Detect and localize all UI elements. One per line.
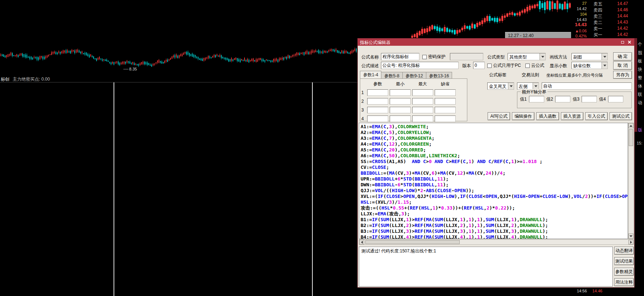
ask-level-price[interactable]: 14.46 (609, 7, 628, 12)
version-input[interactable] (473, 62, 485, 69)
param-cell-input[interactable] (390, 107, 411, 113)
save-as-button[interactable]: 另存为 (613, 71, 632, 79)
y-value-input-4[interactable] (608, 96, 623, 102)
insert-resource-button[interactable]: 插入资源 (561, 112, 583, 120)
scrollbar-thumb[interactable] (365, 240, 460, 244)
strip-char: 整 (638, 75, 643, 80)
formula-name-input[interactable] (381, 53, 419, 60)
param-cell-input[interactable] (390, 98, 411, 105)
signal-spike (312, 82, 313, 296)
ok-button[interactable]: 确 定 (613, 52, 632, 61)
coord-lines-hint-label: 坐标线位置,最多6个,用分号分隔 (546, 73, 603, 78)
scroll-left-icon[interactable] (359, 240, 364, 244)
import-formula-button[interactable]: 引入公式 (585, 112, 608, 120)
ask-level-price[interactable]: 14.43 (609, 20, 628, 25)
ask-level-price[interactable]: 14.44 (609, 13, 628, 19)
checkbox-box[interactable] (525, 64, 530, 68)
code-line: XVL:=(IF(CLOSE>OPEN,QJJ*(HIGH-LOW),IF(CL… (361, 194, 628, 199)
chevron-down-icon[interactable] (602, 62, 607, 69)
strip-char: 联 (638, 92, 643, 97)
quote-mini-value: 14.43 (573, 17, 587, 22)
param-grid-corner (361, 81, 366, 87)
param-wizard-button[interactable]: 参数精灵 (614, 268, 634, 276)
ask-level-label[interactable]: 卖一 (594, 26, 602, 32)
cloud-formula-checkbox[interactable]: 云公式 (525, 62, 544, 69)
edit-ops-button[interactable]: 编辑操作 (512, 112, 534, 120)
param-cell-input[interactable] (390, 89, 411, 96)
bid-level-label[interactable]: 买一 (594, 32, 602, 38)
dialog-titlebar[interactable]: 指标公式编辑器 (358, 38, 634, 46)
y-value-input-1[interactable] (529, 96, 544, 102)
pc-only-label: 公式只用于PC (493, 62, 521, 69)
ask-level-label[interactable]: 卖四 (594, 7, 602, 13)
tab-params-2[interactable]: 参数5-8 (381, 72, 402, 78)
param-tabs: 参数1-4参数5-8参数9-12参数13-16 (360, 71, 452, 78)
password-input[interactable] (450, 53, 483, 60)
formula-code-editor[interactable]: A1:=EMA(C,3),COLORWHITE;A2:=EMA(C,5),COL… (359, 123, 628, 239)
scrollbar-thumb[interactable] (629, 129, 633, 146)
param-cell-input[interactable] (435, 115, 456, 122)
position-select[interactable]: 左侧 (517, 82, 539, 90)
ask-level-label[interactable]: 卖二 (594, 20, 602, 26)
close-window-button[interactable] (627, 40, 632, 45)
pc-only-checkbox[interactable]: 公式只用于PC (487, 62, 521, 69)
code-line: A3:=EMA(C,7),COLORMAGENTA; (361, 135, 628, 141)
chevron-down-icon[interactable] (508, 83, 514, 89)
formula-desc-input[interactable] (381, 62, 459, 69)
ask-level-label[interactable]: 卖五 (594, 1, 602, 7)
checkbox-box[interactable] (422, 55, 427, 59)
ask-level-label[interactable]: 卖三 (594, 13, 602, 20)
dynamic-translate-button[interactable]: 动态翻译 (614, 247, 634, 255)
formula-type-select[interactable]: 其他类型 (508, 53, 546, 60)
restore-window-button[interactable] (620, 40, 625, 45)
bid-level-price[interactable]: 14.42 (609, 32, 628, 37)
quote-mini-value: ▲0.06 (573, 29, 587, 33)
usage-notes-button[interactable]: 用法注释 (614, 278, 634, 286)
decimal-label: 显示小数 (550, 63, 567, 68)
param-cell-input[interactable] (412, 115, 433, 122)
formula-name-label: 公式名称 (361, 54, 379, 60)
scroll-up-icon[interactable] (628, 123, 633, 128)
param-cell-input[interactable] (435, 98, 456, 105)
cloud-formula-label: 云公式 (531, 62, 544, 69)
formula-tag-select[interactable]: 金叉死叉 (487, 82, 514, 90)
param-cell-input[interactable] (367, 89, 388, 96)
tab-params-1[interactable]: 参数1-4 (360, 71, 381, 78)
formula-type-label: 公式类型 (487, 54, 505, 60)
chevron-down-icon[interactable] (602, 53, 607, 60)
ai-write-formula-button[interactable]: AI写公式 (488, 112, 510, 120)
coordinate-lines-input[interactable] (542, 82, 632, 90)
param-cell-input[interactable] (412, 98, 433, 105)
chevron-down-icon[interactable] (540, 53, 545, 60)
y-value-input-2[interactable] (555, 96, 570, 102)
code-horizontal-scrollbar[interactable] (359, 239, 634, 245)
param-cell-input[interactable] (435, 107, 456, 113)
tab-params-3[interactable]: 参数9-12 (402, 72, 426, 78)
cancel-button[interactable]: 取 消 (613, 61, 632, 70)
param-cell-input[interactable] (412, 89, 433, 96)
quote-mini-value: 14.43 (573, 23, 587, 27)
param-cell-input[interactable] (367, 115, 388, 122)
extra-y-axis-fields: 值1值2值3值4 (520, 96, 623, 102)
ask-level-price[interactable]: 14.47 (609, 1, 628, 6)
param-cell-input[interactable] (435, 89, 456, 96)
chevron-down-icon[interactable] (533, 83, 538, 89)
code-vertical-scrollbar[interactable] (628, 123, 634, 239)
ask-level-price[interactable]: 14.42 (609, 26, 628, 31)
insert-function-button[interactable]: 插入函数 (536, 112, 559, 120)
y-value-input-3[interactable] (582, 96, 597, 102)
password-protect-checkbox[interactable]: 密码保护 (422, 54, 446, 60)
test-formula-button[interactable]: 测试公式 (610, 112, 632, 120)
test-result-button[interactable]: 测试结果 (614, 257, 634, 265)
param-cell-input[interactable] (367, 98, 388, 105)
tab-params-4[interactable]: 参数13-16 (426, 72, 452, 78)
draw-method-select[interactable]: 副图 (571, 53, 608, 60)
formula-tag-label: 公式标签 (489, 72, 506, 77)
decimal-select[interactable]: 缺省位数 (571, 62, 608, 69)
checkbox-box[interactable] (487, 64, 492, 68)
param-cell-input[interactable] (412, 107, 433, 113)
scroll-down-icon[interactable] (628, 234, 633, 239)
param-cell-input[interactable] (390, 115, 411, 122)
scroll-right-icon[interactable] (628, 240, 633, 244)
param-cell-input[interactable] (367, 107, 388, 113)
